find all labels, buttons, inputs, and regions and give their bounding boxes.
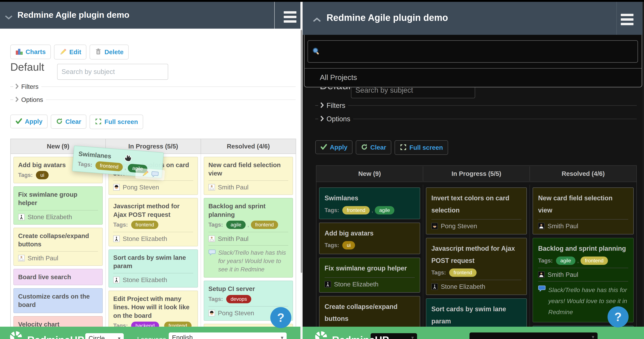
clear-button[interactable]: Clear (51, 115, 86, 129)
column-header-resolved[interactable]: Resolved (4/6) (530, 166, 636, 181)
card-tags: Tags: ui (324, 241, 415, 250)
tag-pill[interactable]: ui (36, 171, 48, 179)
footer-brand[interactable]: RedmineUP (332, 334, 389, 339)
footer: RedmineUP Circle ▾ Language English ▾ (0, 327, 300, 339)
tag-pill[interactable]: frontend (449, 269, 476, 277)
column-header-resolved[interactable]: Resolved (4/6) (201, 139, 296, 154)
card-assignee[interactable]: Smith Paul (208, 184, 288, 191)
tag-pill[interactable]: agile (226, 221, 246, 229)
menu-icon[interactable] (621, 14, 634, 25)
card[interactable]: Create collapse/expand buttons (319, 296, 420, 330)
tag-pill[interactable]: agile (556, 257, 576, 265)
avatar (538, 223, 544, 229)
card-assignee[interactable]: Smith Paul (538, 222, 628, 230)
card-tags: Tags: frontend , agile (324, 206, 415, 214)
options-toggle[interactable]: Options (10, 95, 296, 104)
chevron-down-icon[interactable] (5, 15, 13, 21)
card-assignee[interactable]: Stone Elizabeth (113, 235, 193, 242)
card-title: Edit Project with many lines. How will i… (113, 295, 193, 320)
all-projects-option[interactable]: All Projects (320, 73, 357, 82)
card[interactable]: Fix swimlane group helper Stone Elizabet… (14, 186, 103, 224)
menu-icon[interactable] (284, 11, 296, 23)
card-assignee[interactable]: Smith Paul (208, 235, 288, 242)
help-button[interactable]: ? (270, 307, 291, 328)
tag-pill[interactable]: agile (375, 206, 394, 214)
light-panel: Redmine Agile plugin demo Charts Edit De… (0, 0, 300, 339)
tag-pill[interactable]: frontend (95, 161, 123, 172)
card-title: Backlog and sprint planning (208, 202, 288, 219)
card[interactable]: Customize cards on the board (14, 288, 103, 313)
avatar (113, 236, 120, 242)
apply-button[interactable]: Apply (10, 115, 48, 128)
card[interactable]: Backlog and sprint planning Tags: agile … (204, 198, 293, 278)
card-title: New card field selection view (208, 161, 288, 177)
column-header-new[interactable]: New (9) (316, 166, 423, 181)
options-toggle[interactable]: Options (315, 114, 637, 124)
language-label: Language (137, 336, 166, 339)
fullscreen-button[interactable]: Full screen (90, 115, 143, 129)
board-actions: Apply Clear Full screen (10, 115, 143, 129)
tag-pill[interactable]: ui (342, 241, 355, 250)
card[interactable]: Sort cards by swim lane param Stone Eliz… (108, 250, 198, 288)
card[interactable]: Fix swimlane group helper Stone Elizabet… (319, 258, 420, 293)
board-actions: Apply Clear Full screen (315, 140, 448, 155)
card-assignee[interactable]: Pong Steven (113, 184, 193, 191)
card[interactable]: New card field selection view Smith Paul (532, 187, 634, 234)
tag-pill[interactable]: frontend (131, 221, 158, 229)
card-assignee[interactable]: Stone Elizabeth (113, 276, 193, 284)
language-select[interactable]: English ▾ (169, 333, 287, 339)
card-assignee[interactable]: Smith Paul (18, 255, 98, 262)
vertical-scrollbar[interactable] (300, 2, 302, 339)
filters-toggle[interactable]: Filters (10, 82, 296, 91)
tag-pill[interactable]: devops (226, 295, 251, 303)
tag-pill[interactable]: frontend (342, 206, 370, 214)
footer-brand[interactable]: RedmineUP (27, 334, 84, 339)
clear-button[interactable]: Clear (356, 140, 391, 154)
card[interactable]: Javascript method for Ajax POST request … (426, 238, 527, 295)
column-header-in-progress[interactable]: In Progress (5/5) (423, 166, 530, 181)
card-assignee[interactable]: Stone Elizabeth (324, 281, 415, 288)
card[interactable]: Swimlanes Tags: frontend , agile (319, 187, 420, 219)
card[interactable]: Invert text colors on card selection Pon… (426, 187, 527, 234)
check-icon (320, 144, 327, 151)
edit-button[interactable]: Edit (54, 45, 86, 59)
tags-label: Tags: (432, 269, 446, 276)
theme-select[interactable]: Circle ▾ (85, 333, 124, 339)
chevron-up-icon[interactable] (313, 17, 321, 23)
card[interactable]: New card field selection view Smith Paul (204, 157, 293, 195)
card-assignee[interactable]: Smith Paul (538, 271, 628, 278)
chevron-down-icon: ▾ (411, 335, 414, 339)
dropdown-divider (304, 68, 642, 68)
card-assignee[interactable]: Stone Elizabeth (18, 213, 98, 221)
card-tags: Tags: frontend (432, 269, 522, 277)
card-title: Invert text colors on card selection (432, 192, 522, 216)
card-title: Create collapse/expand buttons (324, 301, 415, 325)
card-assignee[interactable]: Pong Steven (432, 222, 522, 230)
board-body: Swimlanes Tags: frontend , agile Add big… (316, 182, 636, 339)
project-search-field[interactable] (308, 40, 638, 63)
card[interactable]: Add big avatars Tags: ui (319, 223, 420, 254)
avatar (432, 283, 438, 290)
charts-button[interactable]: Charts (10, 45, 51, 59)
board-toolbar: Charts Edit Delete (10, 45, 128, 59)
pencil-icon[interactable] (141, 170, 149, 178)
tag-pill[interactable]: frontend (580, 257, 608, 265)
chevron-right-icon (320, 115, 324, 123)
apply-button[interactable]: Apply (315, 140, 352, 154)
fullscreen-button[interactable]: Full screen (394, 140, 448, 155)
filters-toggle[interactable]: Filters (315, 101, 637, 110)
tag-pill[interactable]: frontend (251, 221, 278, 229)
scrollbar-thumb[interactable] (301, 30, 302, 273)
language-select[interactable]: ▾ (470, 333, 598, 339)
project-search-input[interactable] (324, 47, 634, 56)
speech-bubble-icon[interactable] (151, 171, 159, 178)
rule (348, 105, 637, 106)
card-assignee[interactable]: Stone Elizabeth (432, 283, 522, 290)
card[interactable]: Board live search (14, 269, 103, 285)
search-input[interactable] (57, 64, 168, 80)
fullscreen-icon (400, 144, 407, 152)
card[interactable]: Javascript method for Ajax POST request … (108, 198, 198, 246)
card[interactable]: Create collapse/expand buttons Smith Pau… (14, 228, 103, 266)
delete-button[interactable]: Delete (90, 45, 128, 59)
help-button[interactable]: ? (608, 306, 628, 328)
